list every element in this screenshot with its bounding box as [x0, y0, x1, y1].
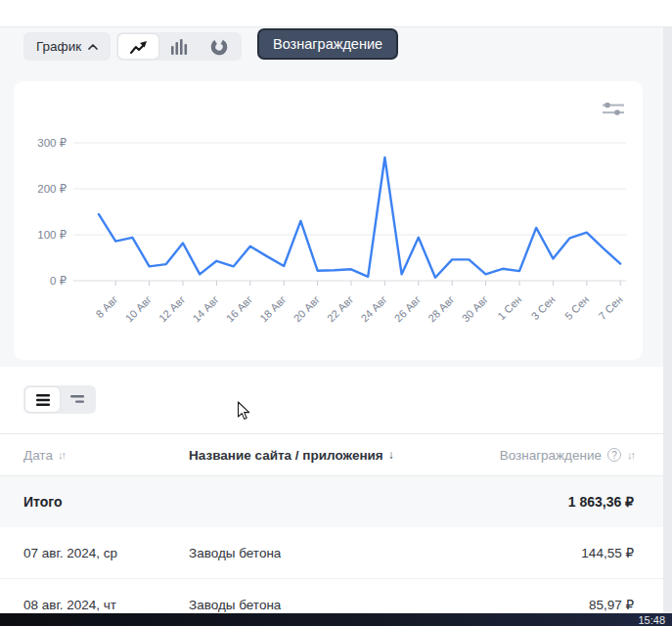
- x-axis-tick-label: 5 Сен: [562, 293, 591, 322]
- bar-chart-icon: [170, 39, 188, 55]
- table-body: 07 авг. 2024, ср Заводы бетона 144,55 ₽ …: [0, 527, 663, 626]
- chevron-up-icon: [88, 44, 98, 50]
- top-bar: [0, 0, 672, 27]
- column-site-label: Название сайта / приложения: [189, 448, 383, 463]
- chart-card: 0 ₽100 ₽200 ₽300 ₽8 Авг10 Авг12 Авг14 Ав…: [14, 81, 643, 360]
- list-view-icon: [36, 394, 50, 406]
- row-site: Заводы бетона: [189, 546, 281, 560]
- x-axis-tick-label: 14 Авг: [190, 293, 220, 324]
- view-grouped-button[interactable]: [60, 387, 94, 412]
- table-row[interactable]: 07 авг. 2024, ср Заводы бетона 144,55 ₽: [0, 527, 663, 579]
- row-value: 85,97 ₽: [589, 597, 634, 612]
- x-axis-tick-label: 18 Авг: [257, 293, 288, 324]
- reward-metric-button[interactable]: Вознаграждение: [257, 28, 398, 60]
- column-header-site[interactable]: Название сайта / приложения ↓: [189, 448, 394, 463]
- x-axis-tick-label: 24 Авг: [358, 293, 388, 324]
- y-axis-tick-label: 300 ₽: [37, 137, 67, 149]
- chart-type-line-button[interactable]: [118, 34, 158, 59]
- taskbar[interactable]: 15:48: [0, 613, 672, 626]
- y-axis-tick-label: 200 ₽: [37, 183, 67, 195]
- reward-metric-label: Вознаграждение: [273, 36, 382, 52]
- column-header-reward[interactable]: Вознаграждение ? ↓↑: [500, 448, 634, 463]
- x-axis-tick-label: 22 Авг: [325, 293, 355, 324]
- x-axis-tick-label: 30 Авг: [460, 293, 490, 324]
- reward-line-chart[interactable]: 0 ₽100 ₽200 ₽300 ₽8 Авг10 Авг12 Авг14 Ав…: [14, 81, 643, 360]
- report-table-section: Дата ↓↑ Название сайта / приложения ↓ Во…: [0, 367, 663, 626]
- x-axis-tick-label: 1 Сен: [495, 293, 523, 322]
- x-axis-tick-label: 3 Сен: [529, 293, 558, 322]
- row-value: 144,55 ₽: [581, 545, 634, 560]
- x-axis-tick-label: 12 Авг: [157, 293, 187, 324]
- chart-dropdown-button[interactable]: График: [23, 32, 111, 61]
- donut-chart-icon: [209, 37, 229, 57]
- x-axis-tick-label: 10 Авг: [123, 293, 154, 324]
- column-date-label: Дата: [23, 448, 53, 463]
- chart-dropdown-label: График: [36, 39, 81, 54]
- row-date: 07 авг. 2024, ср: [23, 546, 117, 560]
- x-axis-tick-label: 20 Авг: [291, 293, 322, 324]
- column-header-date[interactable]: Дата ↓↑: [23, 448, 65, 463]
- scrollbar-track[interactable]: [663, 27, 672, 626]
- row-date: 08 авг. 2024, чт: [23, 598, 116, 612]
- row-site: Заводы бетона: [189, 598, 281, 612]
- table-total-row: Итого 1 863,36 ₽: [0, 476, 663, 527]
- taskbar-clock: 15:48: [638, 614, 665, 626]
- sort-both-icon: ↓↑: [627, 449, 634, 461]
- x-axis-tick-label: 16 Авг: [224, 293, 254, 324]
- chart-type-bars-button[interactable]: [158, 34, 199, 59]
- total-label: Итого: [23, 494, 62, 510]
- table-view-toggle: [23, 385, 96, 414]
- reward-series-line: [99, 157, 620, 278]
- chart-type-donut-button[interactable]: [200, 34, 240, 59]
- x-axis-tick-label: 8 Авг: [93, 293, 119, 320]
- chart-type-switcher: [116, 32, 242, 61]
- column-reward-label: Вознаграждение: [500, 448, 602, 463]
- chart-settings-sliders-icon[interactable]: [603, 102, 624, 116]
- table-header-row: Дата ↓↑ Название сайта / приложения ↓ Во…: [0, 433, 663, 476]
- x-axis-tick-label: 7 Сен: [596, 293, 624, 322]
- grouped-view-icon: [70, 395, 84, 405]
- sort-down-icon: ↓: [388, 448, 394, 462]
- help-icon[interactable]: ?: [607, 448, 621, 462]
- line-chart-icon: [129, 39, 149, 55]
- sort-both-icon: ↓↑: [58, 449, 65, 461]
- y-axis-tick-label: 0 ₽: [50, 275, 67, 287]
- x-axis-tick-label: 28 Авг: [426, 293, 456, 324]
- view-list-button[interactable]: [25, 387, 60, 412]
- x-axis-tick-label: 26 Авг: [392, 293, 423, 324]
- y-axis-tick-label: 100 ₽: [37, 229, 67, 241]
- total-value: 1 863,36 ₽: [568, 494, 634, 510]
